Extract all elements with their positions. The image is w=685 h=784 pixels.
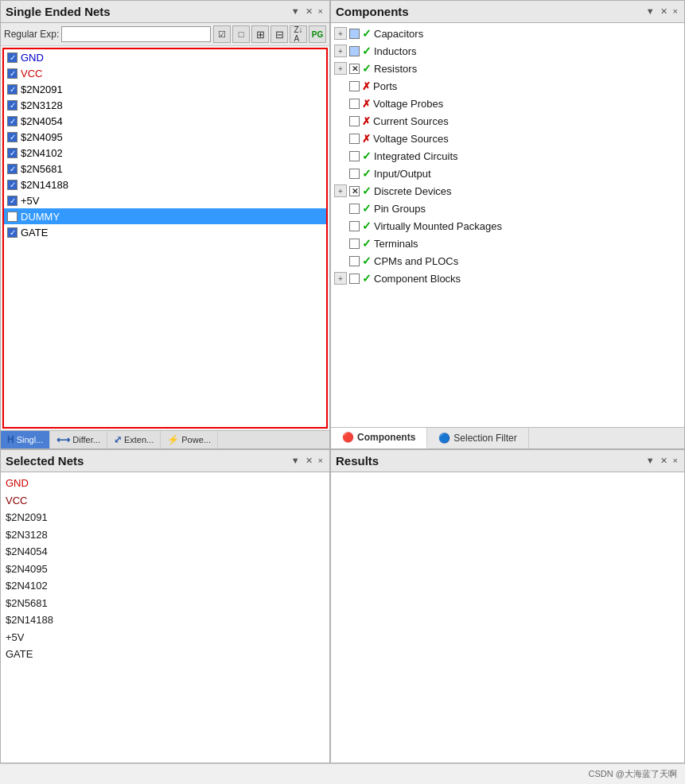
- tree-checkbox[interactable]: [349, 151, 360, 161]
- net-checkbox[interactable]: ✓: [7, 116, 18, 126]
- net-item[interactable]: ✓$2N14188: [4, 177, 326, 192]
- select-all-icon[interactable]: ☑: [213, 25, 231, 43]
- comp-tab[interactable]: 🔴Components: [331, 428, 427, 448]
- net-name-label: $2N2091: [21, 83, 63, 95]
- grid-icon[interactable]: ⊞: [251, 25, 269, 43]
- tree-checkbox[interactable]: [349, 46, 360, 56]
- dropdown-btn[interactable]: ▼: [290, 7, 302, 16]
- tree-item[interactable]: ✗Voltage Probes: [331, 95, 684, 112]
- res-dropdown-btn[interactable]: ▼: [644, 456, 656, 465]
- net-item[interactable]: ✓$2N3128: [4, 97, 326, 113]
- comp-tab[interactable]: 🔵Selection Filter: [427, 428, 528, 448]
- net-name-label: $2N4054: [21, 115, 63, 127]
- tree-item[interactable]: +✕✓Resistors: [331, 60, 684, 77]
- tree-checkbox[interactable]: ✕: [349, 186, 360, 196]
- net-item[interactable]: ✓$2N2091: [4, 81, 326, 97]
- net-checkbox[interactable]: ✓: [7, 164, 18, 174]
- comp-tab-icon: 🔵: [438, 433, 450, 444]
- tree-label: Current Sources: [373, 115, 449, 127]
- net-checkbox[interactable]: ✓: [7, 68, 18, 79]
- tree-status-icon: ✗: [362, 133, 371, 145]
- tree-checkbox[interactable]: ✕: [349, 64, 360, 74]
- tree-item[interactable]: +✓Component Blocks: [331, 270, 684, 287]
- net-checkbox[interactable]: ✓: [7, 196, 18, 206]
- net-checkbox[interactable]: [7, 212, 18, 222]
- comp-close-btn[interactable]: ×: [671, 7, 679, 16]
- tree-expander[interactable]: +: [334, 272, 347, 285]
- sel-dropdown-btn[interactable]: ▼: [290, 456, 302, 465]
- net-item[interactable]: ✓+5V: [4, 192, 326, 208]
- deselect-icon[interactable]: □: [232, 25, 250, 43]
- tree-item[interactable]: +✓Capacitors: [331, 25, 684, 42]
- tree-label: Virtually Mounted Packages: [374, 220, 502, 232]
- tree-checkbox[interactable]: [349, 134, 360, 144]
- tree-label: Input/Output: [374, 168, 431, 180]
- components-header: Components ▼ ✕ ×: [331, 1, 684, 23]
- tree-expander[interactable]: +: [334, 45, 347, 57]
- pin-btn[interactable]: ✕: [304, 7, 314, 16]
- nets-tab[interactable]: HSingl...: [1, 431, 50, 448]
- net-item[interactable]: ✓GND: [4, 49, 326, 65]
- sel-pin-btn[interactable]: ✕: [304, 456, 314, 465]
- tree-item[interactable]: ✓CPMs and PLOCs: [331, 252, 684, 270]
- tree-item[interactable]: ✗Ports: [331, 77, 684, 95]
- selected-nets-header: Selected Nets ▼ ✕ ×: [1, 450, 329, 472]
- tree-checkbox[interactable]: [349, 99, 360, 109]
- nets-tab[interactable]: ⤢Exten...: [107, 431, 161, 448]
- net-checkbox[interactable]: ✓: [7, 132, 18, 142]
- tree-expander[interactable]: +: [334, 184, 347, 197]
- tree-status-icon: ✓: [362, 149, 372, 162]
- tree-expander[interactable]: +: [334, 27, 347, 40]
- tree-checkbox[interactable]: [349, 169, 360, 179]
- tree-item[interactable]: ✓Terminals: [331, 235, 684, 252]
- selected-net-item: $2N4054: [6, 543, 325, 561]
- net-item[interactable]: ✓VCC: [4, 65, 326, 81]
- tree-checkbox[interactable]: [349, 116, 360, 126]
- close-btn[interactable]: ×: [317, 7, 325, 16]
- net-item[interactable]: ✓$2N4095: [4, 129, 326, 145]
- tree-label: Terminals: [374, 238, 418, 250]
- net-checkbox[interactable]: ✓: [7, 84, 18, 95]
- tree-item[interactable]: +✕✓Discrete Devices: [331, 182, 684, 200]
- tree-item[interactable]: ✓Integrated Circuits: [331, 147, 684, 165]
- net-item[interactable]: ✓$2N5681: [4, 161, 326, 177]
- net-item[interactable]: ✓$2N4102: [4, 145, 326, 161]
- tree-checkbox[interactable]: [349, 274, 360, 284]
- tree-checkbox[interactable]: [349, 81, 360, 91]
- tree-checkbox[interactable]: [349, 239, 360, 249]
- net-checkbox[interactable]: ✓: [7, 180, 18, 190]
- tree-checkbox[interactable]: [349, 204, 360, 214]
- net-item[interactable]: ✓GATE: [4, 224, 326, 240]
- sel-close-btn[interactable]: ×: [317, 456, 325, 465]
- nets-panel-tabs: HSingl...⟷Differ...⤢Exten...⚡Powe...: [1, 430, 329, 448]
- comp-pin-btn[interactable]: ✕: [659, 7, 669, 16]
- tree-checkbox[interactable]: [349, 256, 360, 266]
- tree-expander[interactable]: +: [334, 62, 347, 75]
- regexp-input[interactable]: [61, 26, 211, 42]
- nets-tab[interactable]: ⚡Powe...: [161, 431, 218, 448]
- net-item[interactable]: DUMMY: [4, 208, 326, 224]
- res-pin-btn[interactable]: ✕: [659, 456, 669, 465]
- tree-item[interactable]: ✓Pin Groups: [331, 200, 684, 217]
- comp-dropdown-btn[interactable]: ▼: [644, 7, 656, 16]
- single-ended-nets-header: Single Ended Nets ▼ ✕ ×: [1, 1, 329, 23]
- net-checkbox[interactable]: ✓: [7, 148, 18, 158]
- net-checkbox[interactable]: ✓: [7, 52, 18, 63]
- grid2-icon[interactable]: ⊟: [270, 25, 288, 43]
- nets-tab[interactable]: ⟷Differ...: [50, 431, 107, 448]
- tree-item[interactable]: ✗Current Sources: [331, 112, 684, 130]
- net-name-label: GATE: [21, 227, 48, 239]
- res-close-btn[interactable]: ×: [671, 456, 679, 465]
- tree-item[interactable]: ✗Voltage Sources: [331, 130, 684, 147]
- pg-icon[interactable]: PG: [309, 25, 326, 43]
- tree-status-icon: ✓: [362, 272, 372, 285]
- tree-checkbox[interactable]: [349, 29, 360, 39]
- tree-checkbox[interactable]: [349, 221, 360, 231]
- tree-item[interactable]: +✓Inductors: [331, 42, 684, 60]
- tree-item[interactable]: ✓Input/Output: [331, 165, 684, 182]
- sort-az-icon[interactable]: Z↓A: [290, 25, 307, 43]
- net-item[interactable]: ✓$2N4054: [4, 113, 326, 129]
- tree-item[interactable]: ✓Virtually Mounted Packages: [331, 217, 684, 235]
- net-checkbox[interactable]: ✓: [7, 227, 18, 238]
- net-checkbox[interactable]: ✓: [7, 100, 18, 111]
